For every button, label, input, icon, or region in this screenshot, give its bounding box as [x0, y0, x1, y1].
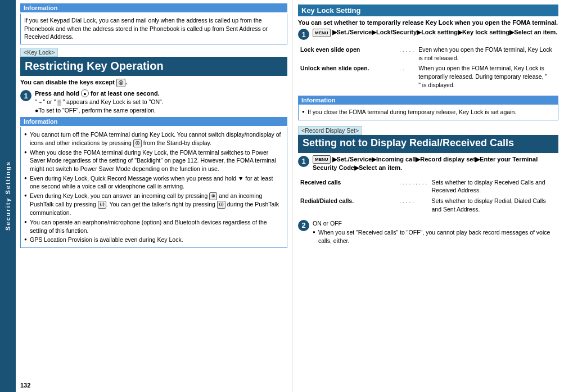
step1-num-right: 1: [298, 29, 309, 40]
record-desc-2: Sets whether to display Redial, Dialed C…: [430, 196, 558, 214]
push-icon: ⒥: [98, 201, 106, 209]
page-number: 132: [20, 382, 30, 389]
record-step2-list: When you set "Received calls" to "OFF", …: [313, 228, 558, 245]
record-heading: Setting not to Display Redial/Received C…: [298, 135, 558, 153]
term-1: Lock even slide open: [298, 44, 397, 63]
step1-sub1: " ⌁ " or " ▒ " appears and Key Lock is s…: [35, 98, 287, 106]
key-lock-tag: <Key Lock>: [20, 48, 58, 57]
info-content-mid: You cannot turn off the FOMA terminal du…: [20, 127, 287, 248]
step1-title-left: Press and hold ● for at least one second…: [35, 89, 287, 98]
info-top-bullet-1: If you set Keypad Dial Lock, you can sen…: [24, 16, 283, 41]
record-term-2: Redial/Dialed calls.: [298, 196, 397, 214]
record-step2-num: 2: [298, 220, 309, 231]
record-step2-bullet-1: When you set "Received calls" to "OFF", …: [313, 228, 558, 245]
record-dots-1: . . . . . . . . .: [397, 177, 430, 196]
info-mid-bullet-2: When you close the FOMA terminal during …: [24, 148, 283, 173]
record-step2-content: ON or OFF When you set "Received calls" …: [313, 219, 558, 246]
record-step2-row: 2 ON or OFF When you set "Received calls…: [298, 219, 558, 246]
bold-lead-left: You can disable the keys except ⓧ.: [20, 79, 287, 87]
info-banner-right: Information: [298, 96, 558, 105]
step1-row-left: 1 Press and hold ● for at least one seco…: [20, 89, 287, 115]
info-mid-bullet-5: You can operate an earphone/microphone (…: [24, 218, 283, 235]
step1-sub2: ●To set to "OFF", perform the same opera…: [35, 106, 287, 115]
step1-content-right: MENU ▶Set./Service▶Lock/Security▶Lock se…: [313, 28, 558, 37]
key-lock-lead: You can set whether to temporarily relea…: [298, 19, 558, 26]
section-heading-left: Restricting Key Operation: [20, 57, 287, 76]
left-panel: Security Settings Information If you set…: [0, 0, 292, 392]
record-section-tag: <Record Display Set>: [298, 124, 558, 135]
record-step2-title: ON or OFF: [313, 219, 558, 228]
menu-icon-record: MENU: [313, 155, 331, 164]
r-icon: ⓧ: [116, 79, 125, 87]
record-step1-instr: MENU ▶Set./Service▶Incoming call▶Record …: [313, 156, 538, 172]
info-content-top: If you set Keypad Dial Lock, you can sen…: [20, 13, 287, 44]
record-term-1: Received calls: [298, 177, 397, 196]
lock-options-table: Lock even slide open . . . . . Even when…: [298, 44, 558, 90]
record-table-row-2: Redial/Dialed calls. . . . . . Sets whet…: [298, 196, 558, 214]
record-options-table: Received calls . . . . . . . . . Sets wh…: [298, 177, 558, 215]
section-tag-keylockl: <Key Lock>: [20, 48, 287, 57]
call-icon: ①: [209, 192, 217, 200]
step1-num-left: 1: [20, 90, 31, 101]
info-right-list: If you close the FOMA terminal during te…: [302, 108, 554, 116]
info-right-bullet-1: If you close the FOMA terminal during te…: [302, 108, 554, 116]
record-tag: <Record Display Set>: [298, 126, 362, 135]
dots-1: . . . . .: [397, 44, 416, 63]
info-mid-bullet-1: You cannot turn off the FOMA terminal du…: [24, 130, 283, 147]
info-banner-top: Information: [20, 3, 287, 12]
record-step1-content: MENU ▶Set./Service▶Incoming call▶Record …: [313, 155, 558, 173]
dots-2: . .: [397, 63, 416, 90]
key-lock-setting-heading: Key Lock Setting: [298, 4, 558, 16]
record-desc-1: Sets whether to display Received Calls a…: [430, 177, 558, 196]
sidebar-label: Security Settings: [0, 0, 16, 392]
info-mid-bullet-4: Even during Key Lock, you can answer an …: [24, 192, 283, 217]
left-content: Information If you set Keypad Dial Lock,…: [16, 0, 292, 392]
record-dots-2: . . . . .: [397, 196, 430, 214]
step1-row-right: 1 MENU ▶Set./Service▶Lock/Security▶Lock …: [298, 28, 558, 40]
table-row-1: Lock even slide open . . . . . Even when…: [298, 44, 558, 63]
desc-2: When you open the FOMA terminal, Key Loc…: [416, 63, 558, 90]
record-step1-row: 1 MENU ▶Set./Service▶Incoming call▶Recor…: [298, 155, 558, 173]
info-mid-bullet-6: GPS Location Provision is available even…: [24, 236, 283, 244]
info-mid-bullet-3: Even during Key Lock, Quick Record Messa…: [24, 174, 283, 191]
push-icon2: ⒥: [217, 201, 225, 209]
step1-instr-right: MENU ▶Set./Service▶Lock/Security▶Lock se…: [313, 29, 557, 35]
record-step1-num: 1: [298, 156, 309, 167]
record-table-row-1: Received calls . . . . . . . . . Sets wh…: [298, 177, 558, 196]
term-2: Unlock when slide open.: [298, 63, 397, 90]
info-banner-mid: Information: [20, 117, 287, 126]
r-icon2: ⓧ: [133, 139, 142, 147]
info-mid-list: You cannot turn off the FOMA terminal du…: [24, 130, 283, 244]
step1-content-left: Press and hold ● for at least one second…: [35, 89, 287, 115]
desc-1: Even when you open the FOMA terminal, Ke…: [416, 44, 558, 63]
table-row-2: Unlock when slide open. . . When you ope…: [298, 63, 558, 90]
info-content-right: If you close the FOMA terminal during te…: [298, 105, 558, 120]
right-panel: Key Lock Setting You can set whether to …: [292, 0, 564, 392]
menu-icon-right: MENU: [313, 29, 331, 37]
